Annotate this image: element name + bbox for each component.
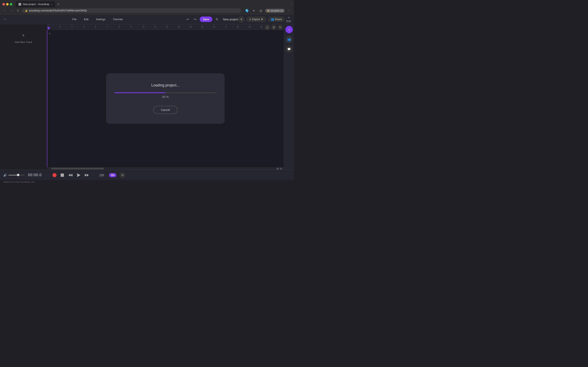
window-controls: [2, 3, 12, 6]
menu-items: File Edit Settings Tutorials: [10, 17, 185, 22]
browser-chrome: S New project - Soundtrap × + › ← → ✕ 🔒 …: [0, 0, 294, 15]
tab-title: New project - Soundtrap: [23, 3, 49, 6]
exit-button[interactable]: ↗ Exit: [286, 16, 291, 23]
forward-nav-button[interactable]: →: [9, 8, 14, 13]
tab-close-button[interactable]: ×: [51, 3, 52, 6]
progress-percentage: 50 %: [162, 95, 169, 99]
sidebar-toggle-button[interactable]: ▤: [258, 8, 264, 13]
maximize-button[interactable]: [10, 3, 12, 6]
modal-title: Loading project...: [151, 83, 180, 87]
record-button[interactable]: [52, 172, 57, 178]
left-sidebar: + Add New Track: [0, 24, 47, 170]
app: ← File Edit Settings Tutorials ↩ ↪ Save …: [0, 15, 294, 184]
back-arrow-icon: ←: [3, 17, 7, 21]
browser-actions: 🌎 ★ ▤ 🕵 Incognito (2) ⋮: [244, 8, 292, 13]
ruler-mark: 20: [260, 24, 262, 28]
timeline-area: 23456789101112131415161718192021 🎧 ⚙ ↻ ↻…: [47, 24, 284, 170]
back-button[interactable]: ←: [3, 17, 7, 21]
right-toolbar: ☀ ⇓ Export ▼ 👥 Share ↗ Exit: [238, 16, 291, 23]
timecode-display: 00:00.0: [28, 173, 48, 177]
loading-modal: Loading project... 50 % Cancel: [106, 73, 225, 124]
new-tab-button[interactable]: +: [56, 2, 61, 7]
ruler-mark: 19: [249, 24, 251, 28]
tutorials-menu-item[interactable]: Tutorials: [112, 17, 124, 22]
export-button[interactable]: ⇓ Export ▼: [246, 17, 266, 22]
more-options-button[interactable]: ⋮: [286, 8, 292, 13]
chat-button[interactable]: 💬: [285, 45, 293, 53]
close-button[interactable]: [2, 3, 5, 6]
volume-icon: 🔊: [3, 174, 7, 177]
redo-button[interactable]: ↪: [192, 17, 198, 22]
tab-bar: S New project - Soundtrap × + ›: [0, 0, 294, 7]
transport-controls: [52, 172, 90, 178]
gear-icon: ⚙: [121, 174, 124, 176]
progress-bar-bg: [114, 92, 216, 93]
modal-overlay: Loading project... 50 % Cancel: [47, 30, 284, 167]
progress-container: 50 %: [114, 92, 216, 99]
network-icon-button[interactable]: 🌎: [244, 8, 250, 13]
scrollbar-thumb[interactable]: [51, 168, 104, 169]
incognito-badge[interactable]: 🕵 Incognito (2): [265, 9, 285, 13]
play-triangle: [77, 173, 80, 177]
stop-square: [61, 174, 64, 177]
volume-section: 🔊: [3, 174, 25, 177]
ff-arrow-2: [87, 174, 89, 176]
music-note-icon: ♫: [288, 28, 290, 31]
menu-bar: ← File Edit Settings Tutorials ↩ ↪ Save …: [0, 15, 294, 24]
timeline-scrollbar[interactable]: ⊕ ⊖: [47, 167, 284, 170]
share-button[interactable]: 👥 Share: [268, 17, 285, 22]
ruler-mark: 3: [60, 24, 61, 28]
timeline-refresh-button[interactable]: ↻: [278, 25, 283, 30]
rewind-arrow-2: [70, 174, 72, 176]
tab-list-chevron: ›: [291, 3, 292, 6]
export-icon: ⇓: [249, 18, 251, 21]
zoom-in-button[interactable]: ⊕: [277, 167, 279, 170]
ruler-mark: 9: [130, 24, 132, 28]
export-label: Export: [252, 18, 260, 21]
ruler-mark: 18: [237, 24, 239, 28]
file-menu-item[interactable]: File: [71, 17, 78, 22]
ruler-mark: 7: [107, 24, 108, 28]
refresh-button[interactable]: ↻: [214, 17, 220, 22]
music-library-button[interactable]: ♫: [285, 26, 293, 33]
settings-menu-item[interactable]: Settings: [95, 17, 107, 22]
timeline-toolbar: 🎧 ⚙ ↻: [265, 25, 283, 30]
transport-settings-button[interactable]: ⚙: [120, 172, 125, 178]
ruler-mark: 14: [190, 24, 192, 28]
stop-button[interactable]: [59, 172, 66, 178]
reload-nav-button[interactable]: ✕: [16, 8, 20, 13]
bookmark-button[interactable]: ★: [251, 8, 257, 13]
add-track-icon: +: [20, 32, 27, 39]
play-button[interactable]: [75, 172, 82, 178]
cancel-button[interactable]: Cancel: [153, 106, 178, 114]
collaborators-button[interactable]: 👥: [285, 36, 293, 43]
add-track-area[interactable]: + Add New Track: [0, 27, 47, 48]
headphones-button[interactable]: 🎧: [265, 25, 270, 30]
rewind-button[interactable]: [67, 172, 74, 178]
fast-forward-button[interactable]: [84, 172, 90, 178]
track-area: ↻ Loading project... 50 % Cancel: [47, 30, 284, 167]
minimize-button[interactable]: [6, 3, 9, 6]
ruler-mark: 10: [142, 24, 144, 28]
undo-button[interactable]: ↩: [185, 17, 191, 22]
export-chevron-icon: ▼: [261, 18, 263, 21]
volume-slider[interactable]: [8, 175, 25, 175]
active-tab[interactable]: S New project - Soundtrap ×: [16, 1, 55, 7]
timeline-settings-button[interactable]: ⚙: [271, 25, 277, 30]
ruler-mark: 4: [71, 24, 73, 28]
share-icon: 👥: [271, 18, 274, 21]
ruler-mark: 11: [154, 24, 156, 28]
back-nav-button[interactable]: ←: [2, 8, 7, 13]
zoom-out-button[interactable]: ⊖: [280, 167, 282, 170]
record-circle: [52, 173, 57, 177]
edit-menu-item[interactable]: Edit: [83, 17, 90, 22]
toolbar-actions: ↩ ↪ Save ↻: [185, 17, 220, 22]
save-button[interactable]: Save: [200, 17, 212, 22]
ruler-mark: 6: [95, 24, 96, 28]
url-bar[interactable]: 🔒 soundtrap.com/studio/P3ulOnWGTw699ncwk…: [22, 8, 241, 13]
zoom-controls: ⊕ ⊖: [277, 167, 282, 170]
lock-icon: 🔒: [25, 9, 28, 12]
theme-toggle-button[interactable]: ☀: [238, 16, 245, 23]
on-badge[interactable]: On: [109, 173, 117, 177]
url-text: soundtrap.com/studio/P3ulOnWGTw699ncwkAO…: [29, 9, 238, 12]
